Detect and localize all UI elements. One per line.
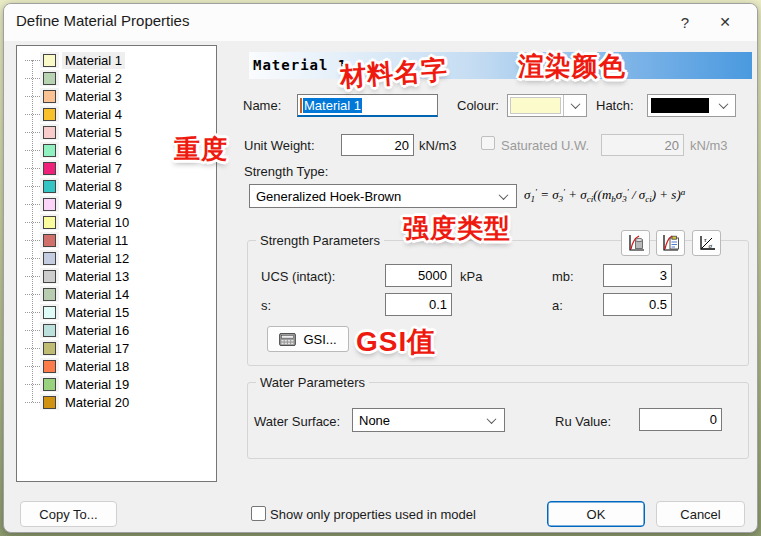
saturated-uw-label: Saturated U.W. <box>501 138 589 153</box>
material-color-tile <box>40 70 59 86</box>
dialog-title: Define Material Properties <box>16 12 189 29</box>
tree-stub <box>25 348 40 349</box>
define-material-properties-dialog: Define Material Properties ? ✕ Material … <box>3 3 758 533</box>
a-input[interactable] <box>603 293 672 316</box>
name-value: Material 1 <box>303 98 362 113</box>
material-list-item[interactable]: Material 16 <box>17 321 216 339</box>
material-list-item[interactable]: Material 1 <box>17 51 216 69</box>
ucs-input[interactable] <box>385 264 452 287</box>
ok-button[interactable]: OK <box>547 501 645 527</box>
colour-label: Colour: <box>457 98 499 113</box>
tree-stub <box>25 384 40 385</box>
material-list-item[interactable]: Material 18 <box>17 357 216 375</box>
tree-stub <box>25 402 40 403</box>
s-input[interactable] <box>385 293 452 316</box>
material-color-tile <box>40 268 59 284</box>
colour-dropdown-button[interactable] <box>563 95 586 116</box>
material-list-item[interactable]: Material 11 <box>17 231 216 249</box>
close-icon: ✕ <box>719 14 731 30</box>
material-list-item[interactable]: Material 3 <box>17 87 216 105</box>
tree-stub <box>25 240 40 241</box>
copy-to-label: Copy To... <box>39 507 97 522</box>
chevron-down-icon <box>499 190 509 200</box>
text-caret <box>300 98 302 113</box>
show-only-checkbox[interactable] <box>251 506 266 521</box>
tree-stub <box>25 276 40 277</box>
tree-stub <box>25 150 40 151</box>
material-color-icon <box>43 270 56 283</box>
tree-stub <box>25 222 40 223</box>
shear-normal-function-button[interactable]: τ σ <box>692 230 721 256</box>
unit-weight-label: Unit Weight: <box>244 138 315 153</box>
unit-weight-unit: kN/m3 <box>419 138 457 153</box>
cancel-button[interactable]: Cancel <box>656 501 745 527</box>
colour-dropdown[interactable] <box>507 94 587 117</box>
tree-stub <box>25 204 40 205</box>
help-button[interactable]: ? <box>669 6 701 38</box>
water-surface-label: Water Surface: <box>254 414 340 429</box>
lab-data-button[interactable] <box>621 230 650 256</box>
s-label: s: <box>261 298 271 313</box>
material-color-tile <box>40 358 59 374</box>
material-list-item[interactable]: Material 12 <box>17 249 216 267</box>
material-list-item[interactable]: Material 8 <box>17 177 216 195</box>
tree-stub <box>25 312 40 313</box>
material-color-icon <box>43 162 56 175</box>
saturated-uw-input <box>601 134 684 156</box>
material-item-label: Material 7 <box>62 160 125 177</box>
material-list-item[interactable]: Material 19 <box>17 375 216 393</box>
gsi-button[interactable]: GSI... <box>267 326 349 352</box>
tree-stub <box>25 330 40 331</box>
material-color-icon <box>43 342 56 355</box>
saturated-uw-checkbox[interactable] <box>481 136 495 150</box>
material-list[interactable]: Material 1 Material 2 Material 3 Materia… <box>16 45 217 482</box>
material-color-tile <box>40 304 59 320</box>
close-button[interactable]: ✕ <box>709 6 741 38</box>
hatch-label: Hatch: <box>596 98 634 113</box>
material-list-item[interactable]: Material 4 <box>17 105 216 123</box>
material-color-icon <box>43 378 56 391</box>
mb-input[interactable] <box>603 264 672 287</box>
ucs-unit: kPa <box>460 269 482 284</box>
material-color-icon <box>43 54 56 67</box>
calculator-icon <box>279 333 296 346</box>
hatch-dropdown-button[interactable] <box>712 95 735 116</box>
material-color-tile <box>40 196 59 212</box>
material-list-item[interactable]: Material 20 <box>17 393 216 411</box>
help-icon: ? <box>681 14 689 31</box>
material-item-label: Material 10 <box>62 214 132 231</box>
annotation-render-color: 渲染颜色 <box>518 52 626 81</box>
material-item-label: Material 11 <box>62 232 131 249</box>
water-surface-select[interactable]: None <box>352 408 505 432</box>
hatch-dropdown[interactable] <box>647 94 736 117</box>
copy-to-button[interactable]: Copy To... <box>20 501 117 527</box>
screen: Define Material Properties ? ✕ Material … <box>0 0 761 536</box>
a-label: a: <box>552 298 563 313</box>
tree-stub <box>25 78 40 79</box>
material-list-item[interactable]: Material 17 <box>17 339 216 357</box>
chevron-down-icon <box>570 99 580 109</box>
strength-type-label: Strength Type: <box>244 164 328 179</box>
material-list-item[interactable]: Material 15 <box>17 303 216 321</box>
hoek-brown-formula: σ1′ = σ3′ + σci((mbσ3′ / σci) + s)a <box>524 187 685 204</box>
material-color-tile <box>40 124 59 140</box>
material-item-label: Material 12 <box>62 250 132 267</box>
name-input[interactable]: Material 1 <box>297 94 438 117</box>
strength-type-select[interactable]: Generalized Hoek-Brown <box>249 184 517 208</box>
material-list-item[interactable]: Material 13 <box>17 267 216 285</box>
material-list-item[interactable]: Material 2 <box>17 69 216 87</box>
material-list-item[interactable]: Material 9 <box>17 195 216 213</box>
material-item-label: Material 3 <box>62 88 125 105</box>
material-item-label: Material 19 <box>62 376 132 393</box>
triaxial-test-icon <box>626 233 646 253</box>
material-item-label: Material 2 <box>62 70 125 87</box>
unit-weight-input[interactable] <box>341 134 414 156</box>
material-item-label: Material 15 <box>62 304 132 321</box>
cancel-label: Cancel <box>680 507 720 522</box>
ru-value-input[interactable] <box>639 408 722 431</box>
material-color-tile <box>40 340 59 356</box>
material-list-item[interactable]: Material 14 <box>17 285 216 303</box>
material-list-item[interactable]: Material 10 <box>17 213 216 231</box>
material-color-icon <box>43 198 56 211</box>
copy-parameters-button[interactable] <box>656 230 685 256</box>
